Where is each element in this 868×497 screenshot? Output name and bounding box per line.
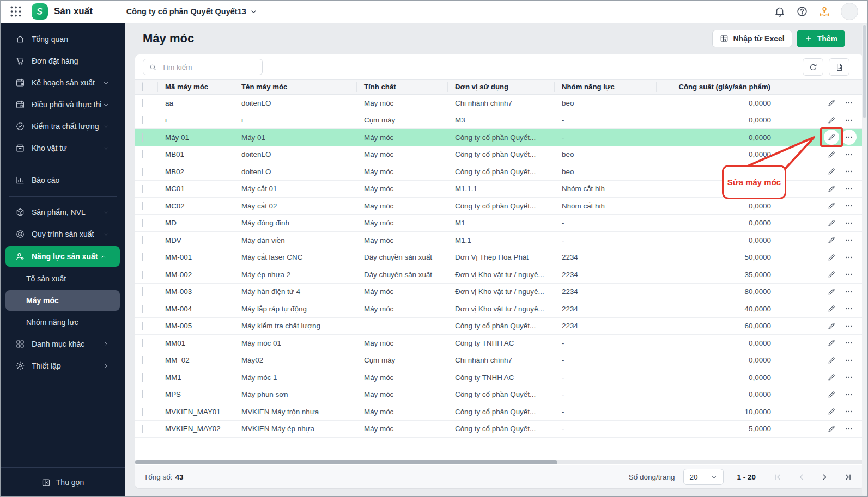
row-checkbox[interactable] — [142, 150, 143, 158]
sidebar-item-quy-trinh-san-xuat[interactable]: Quy trình sản xuất — [0, 223, 125, 245]
table-row[interactable]: MPSMáy phun sơnMáy mócCông ty cổ phần Qu… — [135, 386, 864, 404]
edit-button[interactable] — [824, 301, 839, 316]
row-checkbox[interactable] — [142, 133, 143, 142]
edit-button[interactable] — [824, 181, 839, 197]
edit-button[interactable] — [824, 318, 839, 334]
more-button[interactable] — [841, 353, 857, 368]
app-launcher-icon[interactable] — [9, 4, 23, 19]
more-button[interactable] — [841, 232, 857, 248]
row-checkbox[interactable] — [142, 253, 143, 261]
more-button[interactable] — [841, 198, 857, 213]
table-row[interactable]: MM-005Máy kiểm tra chất lượngCông ty cổ … — [135, 318, 864, 335]
edit-button[interactable] — [824, 284, 839, 299]
edit-button[interactable] — [824, 421, 839, 437]
sidebar-item-ke-hoach-san-xuat[interactable]: Kế hoạch sản xuất — [0, 72, 125, 94]
last-page-button[interactable] — [843, 473, 853, 482]
row-checkbox[interactable] — [142, 185, 143, 193]
first-page-button[interactable] — [773, 473, 782, 482]
edit-button[interactable] — [824, 250, 839, 265]
edit-button[interactable] — [824, 387, 839, 402]
help-icon[interactable] — [796, 5, 808, 17]
sidebar-item-kiem-tra-chat-luong[interactable]: Kiểm tra chất lượng — [0, 115, 125, 137]
table-row[interactable]: MM-001Máy cắt laser CNCDây chuyền sản xu… — [135, 249, 864, 267]
edit-button[interactable] — [824, 216, 839, 231]
rows-per-page-select[interactable]: 20 — [683, 469, 724, 485]
edit-button[interactable] — [824, 164, 839, 179]
table-row[interactable]: MM1Máy móc 1Máy mócCông ty TNHH AC-0,000… — [135, 369, 864, 386]
sidebar-item-dieu-phoi-va-thuc-thi[interactable]: Điều phối và thực thi — [0, 94, 125, 115]
sidebar-item-don-dat-hang[interactable]: Đơn đặt hàng — [0, 50, 125, 72]
sidebar-item-thiet-lap[interactable]: Thiết lập — [0, 355, 125, 377]
table-row[interactable]: MVKIEN_MAY01MVKIEN Máy trộn nhựaMáy mócC… — [135, 403, 864, 421]
export-button[interactable] — [829, 58, 849, 76]
row-checkbox[interactable] — [142, 287, 143, 296]
hscroll-thumb[interactable] — [135, 460, 557, 464]
row-checkbox[interactable] — [142, 271, 143, 279]
more-button[interactable] — [841, 250, 857, 265]
table-row[interactable]: aadoitenLOMáy mócChi nhánh chính7beo0,00… — [135, 95, 864, 112]
more-button[interactable] — [841, 216, 857, 231]
user-avatar[interactable] — [841, 3, 858, 20]
more-button[interactable] — [841, 95, 857, 111]
more-button[interactable] — [841, 130, 857, 145]
company-selector[interactable]: Công ty cổ phần Quyết Quyết13 — [126, 7, 258, 16]
table-row[interactable]: Máy 01Máy 01Máy mócCông ty cổ phần Quyết… — [135, 129, 864, 146]
table-row[interactable]: MM_02Máy02Cụm máyChi nhánh chính7-0,0000 — [135, 352, 864, 370]
more-button[interactable] — [841, 181, 857, 197]
row-checkbox[interactable] — [142, 408, 143, 416]
row-checkbox[interactable] — [142, 339, 143, 347]
sidebar-item-san-pham-nvl[interactable]: Sản phẩm, NVL — [0, 201, 125, 223]
edit-button[interactable] — [824, 147, 839, 162]
table-row[interactable]: MM01Máy móc 01Máy mócCông ty TNHH AC-0,0… — [135, 335, 864, 352]
sidebar-subitem-nhom-nang-luc[interactable]: Nhóm năng lực — [0, 311, 125, 333]
vscroll-thumb[interactable] — [863, 25, 866, 118]
prev-page-button[interactable] — [797, 473, 806, 482]
row-checkbox[interactable] — [142, 168, 143, 176]
row-checkbox[interactable] — [142, 116, 143, 124]
sidebar-item-bao-cao[interactable]: Báo cáo — [0, 169, 125, 191]
next-page-button[interactable] — [820, 473, 829, 482]
add-button[interactable]: Thêm — [797, 30, 845, 47]
more-button[interactable] — [841, 335, 857, 351]
row-checkbox[interactable] — [142, 356, 143, 364]
edit-button[interactable] — [824, 404, 839, 419]
edit-button[interactable] — [824, 353, 839, 368]
row-checkbox[interactable] — [142, 425, 143, 433]
table-row[interactable]: iiCụm máyM3-0,0000 — [135, 112, 864, 130]
table-row[interactable]: MM-003Máy hàn điện tử 4Máy mócĐơn vị Kho… — [135, 284, 864, 301]
sidebar-item-nang-luc-san-xuat[interactable]: Năng lực sản xuất — [5, 246, 120, 267]
row-checkbox[interactable] — [142, 305, 143, 313]
row-checkbox[interactable] — [142, 373, 143, 382]
search-input[interactable] — [161, 63, 257, 72]
more-button[interactable] — [841, 404, 857, 419]
table-row[interactable]: MM-004Máy lắp ráp tự độngMáy mócĐơn vị K… — [135, 300, 864, 318]
more-button[interactable] — [841, 164, 857, 179]
sidebar-item-tong-quan[interactable]: Tổng quan — [0, 28, 125, 50]
edit-button[interactable] — [824, 113, 839, 128]
sidebar-subitem-to-san-xuat[interactable]: Tổ sản xuất — [0, 268, 125, 290]
table-row[interactable]: MC02Máy cắt 02Máy mócCông ty cổ phần Quy… — [135, 198, 864, 215]
row-checkbox[interactable] — [142, 390, 143, 398]
row-checkbox[interactable] — [142, 202, 143, 210]
table-row[interactable]: MM-002Máy ép nhựa 2Dây chuyền sản xuấtĐơ… — [135, 266, 864, 284]
more-button[interactable] — [841, 370, 857, 385]
more-button[interactable] — [841, 113, 857, 128]
sidebar-subitem-may-moc[interactable]: Máy móc — [5, 290, 120, 311]
more-button[interactable] — [841, 421, 857, 437]
row-checkbox[interactable] — [142, 236, 143, 244]
edit-button[interactable] — [824, 198, 839, 213]
sidebar-item-danh-muc-khac[interactable]: Danh mục khác — [0, 333, 125, 355]
tips-lightbulb-icon[interactable] — [818, 5, 830, 17]
more-button[interactable] — [841, 147, 857, 162]
more-button[interactable] — [841, 284, 857, 299]
row-checkbox[interactable] — [142, 219, 143, 227]
table-row[interactable]: MDVMáy dán viềnMáy mócM1.1-0,0000 — [135, 232, 864, 249]
edit-button[interactable] — [824, 232, 839, 248]
select-all-checkbox[interactable] — [142, 82, 143, 91]
collapse-sidebar-button[interactable]: Thu gọn — [0, 467, 125, 497]
sidebar-item-kho-vat-tu[interactable]: Kho vật tư — [0, 137, 125, 159]
row-checkbox[interactable] — [142, 99, 143, 107]
edit-button[interactable] — [824, 370, 839, 385]
more-button[interactable] — [841, 318, 857, 334]
more-button[interactable] — [841, 267, 857, 282]
